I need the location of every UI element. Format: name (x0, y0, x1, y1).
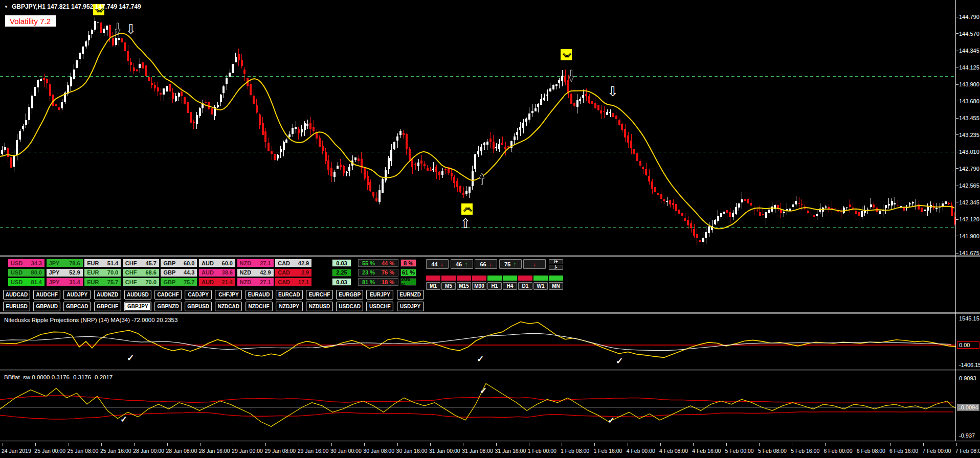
time-tick-label: 4 Feb 00:00 (627, 448, 655, 454)
zoom-in-button[interactable]: /+ (549, 259, 563, 264)
timeframe-button-m1[interactable]: M1 (426, 282, 440, 290)
signal-count-button-66[interactable]: 66↓ (475, 259, 497, 269)
pair-button-chfjpy[interactable]: CHFJPY (215, 290, 242, 300)
checkmark-icon: ✓ (480, 385, 487, 396)
pair-button-cadjpy[interactable]: CADJPY (185, 290, 212, 300)
time-tick (331, 443, 332, 446)
price-tick-label: 143.010 (959, 149, 979, 155)
price-tick-label: 142.120 (959, 216, 979, 222)
chevron-down-icon[interactable]: ▼ (4, 5, 8, 9)
signal-count: 66 (480, 261, 486, 267)
window-separator[interactable] (0, 370, 980, 371)
time-tick (956, 443, 957, 446)
time-tick-label: 31 Jan 08:00 (462, 448, 493, 454)
up-arrow-icon: ↑ (513, 261, 516, 268)
time-tick (69, 443, 69, 446)
strength-cell-chf-1: CHF45.7 (123, 259, 159, 267)
time-axis[interactable]: 24 Jan 201925 Jan 00:0025 Jan 08:0025 Ja… (0, 443, 980, 458)
pair-button-nzdchf[interactable]: NZDCHF (246, 302, 273, 311)
currency-strength-value: 80.0 (31, 269, 42, 276)
pair-button-gbpcad[interactable]: GBPCAD (63, 302, 91, 311)
pair-button-nzdusd[interactable]: NZDUSD (306, 302, 333, 311)
pair-button-audusd[interactable]: AUDUSD (124, 290, 151, 300)
pair-button-eurjpy[interactable]: EURJPY (366, 290, 393, 300)
price-tick-label: 141.900 (959, 233, 979, 239)
window-separator[interactable] (0, 312, 980, 314)
pair-button-usdchf[interactable]: USDCHF (366, 302, 393, 311)
tf-signal-block-h4 (503, 276, 517, 281)
checkmark-icon: ✓ (127, 353, 134, 363)
pair-button-eurnzd[interactable]: EURNZD (397, 290, 424, 300)
pair-button-gbpaud[interactable]: GBPAUD (33, 302, 60, 311)
pair-button-eurcad[interactable]: EURCAD (276, 290, 303, 300)
bbflat-indicator-window[interactable]: BBflat_sw 0.0000 0.3176 -0.3176 -0.2017 … (0, 372, 980, 441)
down-arrow-icon: ↓ (440, 261, 443, 268)
price-tick-label: 144.125 (959, 64, 979, 71)
pair-button-usdcad[interactable]: USDCAD (336, 302, 363, 311)
currency-strength-value: 27.1 (260, 260, 271, 266)
signal-count-button-blank[interactable]: ↓ (523, 259, 546, 269)
time-tick-label: 4 Feb 16:00 (692, 448, 721, 454)
pair-button-nzdcad[interactable]: NZDCAD (215, 302, 242, 311)
currency-strength-value: 52.9 (69, 269, 80, 276)
pair-button-audjpy[interactable]: AUDJPY (63, 290, 91, 300)
time-tick (726, 443, 727, 446)
timeframe-button-m15[interactable]: M15 (457, 282, 471, 290)
time-tick-label: 5 Feb 00:00 (725, 448, 754, 454)
timeframe-button-d1[interactable]: D1 (518, 282, 532, 290)
currency-code: CAD (278, 260, 290, 266)
time-tick-label: 31 Jan 16:00 (495, 448, 526, 454)
bbflat-indicator-label: BBflat_sw 0.0000 0.3176 -0.3176 -0.2017 (4, 374, 113, 380)
timeframe-button-m5[interactable]: M5 (441, 282, 456, 290)
zoom-out-button[interactable]: /- (549, 265, 563, 270)
signal-count-button-46[interactable]: 46↑ (451, 259, 473, 269)
window-separator[interactable] (0, 441, 980, 442)
pair-button-eurgbp[interactable]: EURGBP (336, 290, 363, 300)
time-tick-label: 6 Feb 08:00 (857, 448, 885, 454)
pair-button-cadchf[interactable]: CADCHF (154, 290, 182, 300)
time-tick (562, 443, 562, 446)
currency-strength-value: 70.0 (145, 279, 156, 285)
time-tick (233, 443, 233, 446)
tf-signal-block-w1 (533, 276, 548, 281)
timeframe-button-h4[interactable]: H4 (503, 282, 517, 290)
currency-strength-value: 45.7 (145, 260, 156, 266)
currency-code: AUD (202, 279, 214, 285)
pair-button-audnzd[interactable]: AUDNZD (94, 290, 121, 300)
signal-count-button-75[interactable]: 75↑ (499, 259, 522, 269)
tf-signal-block-d1 (518, 276, 532, 281)
pair-button-gbpnzd[interactable]: GBPNZD (154, 302, 182, 311)
hollow-down-arrow-icon: ⇩ (125, 22, 137, 36)
pair-button-eurusd[interactable]: EURUSD (3, 302, 30, 311)
nrp-indicator-window[interactable]: Nitedusks Ripple Projections (NRP) (14) … (0, 315, 980, 370)
time-tick (858, 443, 858, 446)
currency-strength-value: 75.7 (184, 279, 194, 285)
time-tick-label: 29 Jan 08:00 (264, 448, 296, 454)
timeframe-button-mn[interactable]: MN (549, 282, 563, 290)
pair-button-eurchf[interactable]: EURCHF (306, 290, 333, 300)
price-tick (956, 118, 959, 119)
pair-button-gbpchf[interactable]: GBPCHF (94, 302, 121, 311)
hollow-down-arrow-icon: ⇩ (607, 85, 618, 98)
window-separator[interactable] (0, 255, 980, 257)
time-tick-label: 5 Feb 08:00 (758, 448, 787, 454)
strength-cell-nzd-3: NZD27.1 (237, 278, 274, 286)
pair-button-euraud[interactable]: EURAUD (246, 290, 273, 300)
pair-button-audchf[interactable]: AUDCHF (33, 290, 60, 300)
nrp-scale-bottom: -1406.15 (959, 362, 980, 368)
timeframe-button-m30[interactable]: M30 (472, 282, 486, 290)
pair-button-gbpusd[interactable]: GBPUSD (185, 302, 212, 311)
pair-button-nzdjpy[interactable]: NZDJPY (276, 302, 303, 311)
pair-button-audcad[interactable]: AUDCAD (3, 290, 30, 300)
main-price-chart[interactable]: ⇘⇙⇩⇗⇖⇧⇘⇙⇩ ▼ GBPJPY,H1 147.821 147.952 14… (0, 0, 980, 258)
price-tick (956, 152, 959, 152)
pair-button-usdjpy[interactable]: USDJPY (397, 302, 424, 311)
currency-code: JPY (49, 279, 60, 285)
timeframe-button-w1[interactable]: W1 (533, 282, 548, 290)
signal-count-button-44[interactable]: 44↓ (426, 259, 449, 269)
strength-cell-gbp-3: GBP75.7 (161, 278, 197, 286)
currency-strength-value: 60.0 (184, 260, 194, 266)
currency-strength-panel: USD34.3JPY78.6EUR51.4CHF45.7GBP60.0AUD60… (0, 258, 980, 312)
timeframe-button-h1[interactable]: H1 (487, 282, 502, 290)
pair-button-gbpjpy[interactable]: GBPJPY (124, 302, 151, 311)
